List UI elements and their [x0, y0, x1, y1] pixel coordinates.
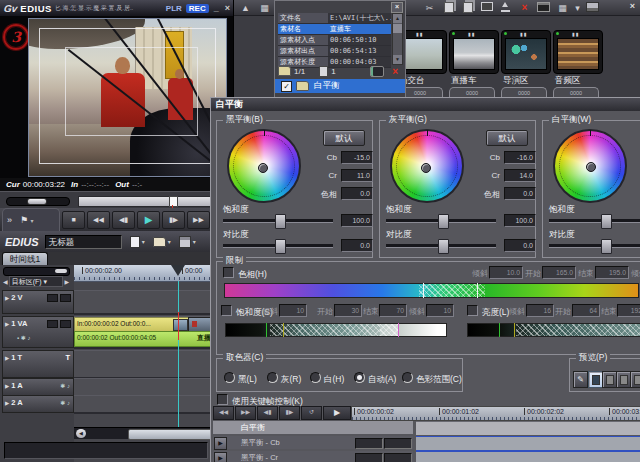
- scroll-up-icon[interactable]: ▲: [393, 14, 402, 23]
- hue-field[interactable]: 0.0: [504, 187, 536, 200]
- track-header-2v[interactable]: ▶2 V: [2, 290, 74, 314]
- color-picker-pen-button[interactable]: ✎: [573, 371, 588, 388]
- kf-lane[interactable]: [416, 421, 640, 435]
- cb-field[interactable]: -16.0: [504, 151, 536, 164]
- kf-ffwd-button[interactable]: ▶▶: [235, 406, 256, 420]
- dialog-title[interactable]: 白平衡: [211, 98, 640, 111]
- picker-option-auto[interactable]: 自动(A): [354, 372, 396, 386]
- picker-option-black[interactable]: 黑(L): [224, 372, 257, 386]
- kf-value-box[interactable]: [355, 438, 383, 449]
- save-project-button[interactable]: ▾: [179, 236, 196, 248]
- slider-thumb[interactable]: [601, 214, 612, 229]
- add-to-timeline-icon[interactable]: [498, 2, 513, 14]
- hue-gradient-bar[interactable]: [224, 283, 639, 298]
- slider-thumb[interactable]: [275, 214, 286, 229]
- project-name-field[interactable]: 无标题: [45, 235, 122, 249]
- expand-icon[interactable]: ▶: [5, 321, 9, 327]
- chevron-down-icon[interactable]: ▾: [193, 238, 196, 245]
- cr-field[interactable]: 14.0: [504, 169, 536, 182]
- track-header-1t[interactable]: ▶1 TT: [2, 350, 74, 378]
- position-thumb[interactable]: [169, 196, 178, 207]
- saturation-gradient-bar[interactable]: [225, 323, 447, 337]
- hue-start-field[interactable]: 165.0: [542, 266, 576, 279]
- kf-expand-button[interactable]: ▶: [214, 437, 227, 450]
- lum-end-field[interactable]: 192: [617, 304, 640, 317]
- thumbnail-clip-3[interactable]: ▮▮: [501, 30, 551, 74]
- kf-lane[interactable]: [416, 451, 640, 462]
- shuttle-mode-button[interactable]: »: [7, 215, 12, 225]
- keyframe-ruler[interactable]: 00:00:00:02 00:00:01:02 00:00:02:02 00:0…: [351, 406, 640, 421]
- chevron-down-icon[interactable]: ▾: [574, 2, 581, 14]
- info-row-filename[interactable]: 文件名 E:\AVI(十七大\...: [278, 13, 391, 24]
- sat-slope1-field[interactable]: 10: [279, 304, 307, 317]
- expand-icon[interactable]: ▶: [5, 400, 9, 406]
- copy-icon[interactable]: [441, 2, 456, 14]
- expand-icon[interactable]: ▶: [5, 355, 9, 361]
- lum-start-field[interactable]: 64: [572, 304, 600, 317]
- wheel-marker[interactable]: [258, 163, 268, 173]
- kf-row-white-balance[interactable]: 白平衡: [213, 421, 640, 434]
- preview-mode-button-4[interactable]: [630, 371, 640, 388]
- info-row-clipname[interactable]: 素材名 直播车: [278, 24, 391, 35]
- send-to-monitor-icon[interactable]: [479, 2, 494, 14]
- new-sequence-button[interactable]: ▾: [130, 236, 145, 248]
- lum-slope1-field[interactable]: 16: [526, 304, 554, 317]
- sat-start-field[interactable]: 30: [334, 304, 362, 317]
- bin-close-button[interactable]: ×: [627, 1, 638, 12]
- saturation-slider[interactable]: [386, 214, 496, 227]
- gray-balance-color-wheel[interactable]: [390, 129, 464, 203]
- hue-slope1-field[interactable]: 10.0: [489, 266, 523, 279]
- white-balance-color-wheel[interactable]: [553, 129, 627, 203]
- title-track-icon[interactable]: T: [65, 353, 70, 362]
- position-slider[interactable]: [78, 196, 228, 207]
- cb-field[interactable]: -15.0: [341, 151, 373, 164]
- scissors-icon[interactable]: ✂: [422, 2, 437, 14]
- info-scrollbar[interactable]: ▲ ▼: [392, 13, 403, 65]
- shuttle-slider[interactable]: [6, 197, 70, 206]
- chevron-down-icon[interactable]: ▾: [142, 238, 145, 245]
- hue-limit-checkbox[interactable]: 色相(H): [223, 267, 267, 281]
- sat-end-field[interactable]: 70: [379, 304, 407, 317]
- scroll-left-button[interactable]: ◀: [76, 429, 86, 438]
- sat-slope2-field[interactable]: 10: [426, 304, 454, 317]
- kf-value-box[interactable]: [355, 453, 383, 462]
- kf-rewind-button[interactable]: ◀◀: [213, 406, 234, 420]
- luminance-limit-checkbox[interactable]: 亮度(L): [467, 305, 509, 319]
- stop-button[interactable]: ■: [62, 211, 85, 229]
- paste-icon[interactable]: [460, 2, 475, 14]
- expand-icon[interactable]: ▶: [5, 383, 9, 389]
- saturation-slider[interactable]: [549, 214, 640, 227]
- contrast-slider[interactable]: [386, 239, 496, 252]
- scroll-thumb[interactable]: [393, 24, 402, 33]
- grid-view-icon[interactable]: ▦: [555, 2, 570, 14]
- track-header-1va[interactable]: ▶1 VA ▪ ✱ ♪: [2, 316, 74, 348]
- thumbnail-clip-4[interactable]: ▮▮: [553, 30, 603, 74]
- scroll-down-icon[interactable]: ▼: [393, 55, 402, 64]
- picker-option-gray[interactable]: 灰(R): [267, 372, 301, 386]
- close-button[interactable]: ×: [225, 3, 230, 13]
- hue-end-field[interactable]: 195.0: [595, 266, 629, 279]
- saturation-slider[interactable]: [223, 214, 333, 227]
- selected-clip-row[interactable]: ✓ 白平衡: [275, 79, 405, 93]
- preset-dropdown[interactable]: 目标区(F) ▾: [9, 276, 64, 287]
- kf-play-button[interactable]: ▶: [323, 406, 351, 420]
- tab-timeline-1[interactable]: 时间线1: [2, 252, 48, 265]
- default-button[interactable]: 默认: [486, 130, 528, 146]
- list-view-icon[interactable]: ▦: [257, 2, 272, 14]
- hue-field[interactable]: 0.0: [341, 187, 373, 200]
- track-header-2a[interactable]: ▶2 A✱ ♪: [2, 395, 74, 413]
- rec-button[interactable]: REC: [186, 4, 209, 13]
- track-toggle[interactable]: [60, 320, 71, 328]
- open-project-button[interactable]: ▾: [153, 237, 171, 247]
- audio-track-icons[interactable]: ✱ ♪: [60, 382, 70, 389]
- step-back-button[interactable]: ◀▮: [112, 211, 135, 229]
- saturation-value[interactable]: 100.0: [504, 214, 536, 227]
- play-button[interactable]: ▶: [137, 211, 160, 229]
- preview-mode-button-1[interactable]: [588, 371, 603, 388]
- preview-mode-button-3[interactable]: [616, 371, 631, 388]
- track-mixer-icons[interactable]: ▪ ✱ ♪: [17, 334, 31, 341]
- kf-row-black-cb[interactable]: 黑平衡 - Cb ▶: [213, 436, 640, 449]
- slider-thumb[interactable]: [275, 239, 286, 254]
- playhead-handle[interactable]: [171, 265, 185, 276]
- track-header-1a[interactable]: ▶1 A✱ ♪: [2, 378, 74, 396]
